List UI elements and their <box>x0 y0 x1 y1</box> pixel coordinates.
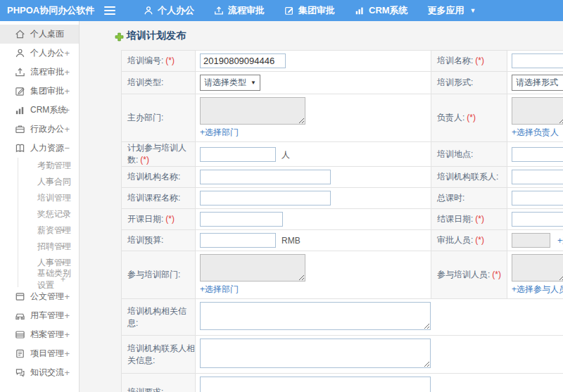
sidebar-item-crm[interactable]: CRM系统 + <box>0 101 79 120</box>
nav-crm-system[interactable]: CRM系统 <box>345 0 418 21</box>
nav-group-approval[interactable]: 集团审批 <box>274 0 345 21</box>
select-approver-link[interactable]: +选择审批人员 <box>557 236 563 246</box>
sidebar-item-archives[interactable]: 档案管理 + <box>0 325 79 344</box>
total-hours-input[interactable] <box>512 191 563 206</box>
edit-icon <box>15 86 25 96</box>
institution-name-input[interactable] <box>200 170 331 184</box>
required-mark: (*) <box>475 235 484 245</box>
nav-more-apps[interactable]: 更多应用 ▼ <box>418 0 486 21</box>
expand-icon[interactable]: + <box>64 291 70 302</box>
sidebar-label: 行政办公 <box>30 123 64 135</box>
end-date-input[interactable] <box>512 212 563 227</box>
host-department-textarea[interactable] <box>200 97 305 125</box>
budget-input[interactable] <box>200 233 276 248</box>
expand-icon[interactable]: + <box>61 242 65 252</box>
sidebar-item-projects[interactable]: 项目管理 + <box>0 344 79 363</box>
sidebar-subitem-rewards[interactable]: 奖惩记录 <box>18 206 79 222</box>
training-location-input[interactable] <box>512 147 563 162</box>
sidebar-item-personal-office[interactable]: 个人办公 + <box>0 44 79 63</box>
course-name-input[interactable] <box>200 191 331 206</box>
sidebar-item-knowledge[interactable]: 知识交流 + <box>0 363 79 382</box>
sidebar-label: 公文管理 <box>30 291 64 303</box>
sidebar-subitem-recruit[interactable]: 招聘管理+ <box>18 239 79 255</box>
hamburger-menu-icon[interactable] <box>104 6 115 15</box>
select-department-link[interactable]: +选择部门 <box>200 284 239 294</box>
select-arrow-icon: ▼ <box>251 80 256 86</box>
sidebar-subitem-hr-contract[interactable]: 人事合同 <box>18 174 79 190</box>
expand-icon[interactable]: + <box>61 258 65 268</box>
sidebar-subitem-training-mgmt[interactable]: 培训管理 <box>18 190 79 206</box>
select-department-link[interactable]: +选择部门 <box>200 127 239 137</box>
sidebar-label: 集团审批 <box>30 85 64 97</box>
nav-personal-office[interactable]: 个人办公 <box>134 0 204 21</box>
training-name-input[interactable] <box>512 53 563 68</box>
sidebar-label: 项目管理 <box>30 348 64 360</box>
expand-icon[interactable]: + <box>61 274 65 284</box>
sidebar-item-admin-office[interactable]: 行政办公 + <box>0 120 79 139</box>
clipboard-icon <box>15 348 25 359</box>
bar-chart-icon <box>15 105 25 115</box>
required-mark: (*) <box>467 113 476 122</box>
hr-submenu: 考勤管理 人事合同 培训管理 奖惩记录 薪资管理+ 招聘管理+ 人事管理+ 基础… <box>18 158 79 287</box>
field-label: 开课日期: <box>127 214 163 224</box>
training-form-select[interactable]: 请选择形式▼ <box>512 75 563 91</box>
caret-down-icon: ▼ <box>470 7 476 14</box>
field-label: 培训地点: <box>437 149 473 159</box>
sidebar-label: 流程审批 <box>30 66 64 78</box>
sidebar-label: 用车管理 <box>30 310 64 322</box>
expand-icon[interactable]: + <box>64 329 70 340</box>
responsible-person-textarea[interactable] <box>512 97 563 125</box>
table-row: 开课日期:(*) 结课日期:(*) <box>122 209 563 230</box>
expand-icon[interactable]: + <box>64 310 70 321</box>
institution-contact-info-textarea[interactable] <box>200 339 431 368</box>
required-mark: (*) <box>492 270 501 279</box>
approver-input[interactable] <box>512 233 550 248</box>
field-label: 参与培训人员: <box>437 270 490 279</box>
nav-label: 个人办公 <box>158 4 194 17</box>
expand-icon[interactable]: + <box>61 226 65 236</box>
training-requirements-textarea[interactable] <box>200 377 431 392</box>
expand-icon[interactable]: + <box>64 367 70 378</box>
collapse-icon[interactable]: − <box>64 143 70 153</box>
sidebar-item-group-approval[interactable]: 集团审批 + <box>0 82 79 101</box>
start-date-input[interactable] <box>200 212 283 227</box>
select-responsible-link[interactable]: +选择负责人 <box>512 127 559 137</box>
expand-icon[interactable]: + <box>64 124 70 134</box>
expand-icon[interactable]: + <box>64 86 70 96</box>
top-nav: 个人办公 流程审批 集团审批 CRM系统 更多应用 ▼ <box>134 0 486 21</box>
person-icon <box>15 48 25 58</box>
edit-icon <box>284 6 294 15</box>
nav-workflow-approval[interactable]: 流程审批 <box>204 0 274 21</box>
expand-icon[interactable]: + <box>64 67 70 77</box>
expand-icon[interactable]: + <box>64 348 70 359</box>
field-label: 主办部门: <box>127 113 163 122</box>
planned-participants-input[interactable] <box>200 147 276 162</box>
app-logo: PHPOA协同办公软件 <box>0 4 104 17</box>
institution-info-textarea[interactable] <box>200 302 431 330</box>
bar-chart-icon <box>355 6 365 15</box>
table-row: 主办部门: +选择部门 负责人:(*) +选择负责人 <box>122 94 563 142</box>
training-type-select[interactable]: 请选择类型▼ <box>200 75 260 91</box>
required-mark: (*) <box>140 155 149 165</box>
sidebar-item-workflow-approval[interactable]: 流程审批 + <box>0 63 79 82</box>
field-label: 培训预算: <box>127 235 163 245</box>
sidebar-item-documents[interactable]: 公文管理 + <box>0 287 79 306</box>
training-number-input[interactable] <box>200 53 286 68</box>
unit-suffix: 人 <box>282 150 290 160</box>
sidebar-subitem-attendance[interactable]: 考勤管理 <box>18 158 79 174</box>
sidebar-subitem-salary[interactable]: 薪资管理+ <box>18 222 79 239</box>
institution-contact-input[interactable] <box>512 170 563 184</box>
sidebar-item-vehicles[interactable]: 用车管理 + <box>0 306 79 325</box>
sidebar-subitem-base-category[interactable]: 基础类别设置+ <box>18 271 79 287</box>
nav-label: 集团审批 <box>298 4 335 17</box>
sidebar-item-personal-desktop[interactable]: 个人桌面 <box>0 25 79 44</box>
sidebar-item-hr[interactable]: 人力资源 − <box>0 139 79 158</box>
table-row: 培训编号:(*) 培训名称:(*) <box>122 51 563 72</box>
participating-departments-textarea[interactable] <box>200 254 305 282</box>
expand-icon[interactable]: + <box>64 48 70 58</box>
participants-textarea[interactable] <box>512 254 563 282</box>
car-icon <box>15 310 25 321</box>
main-content: 培训计划发布 培训编号:(*) 培训名称:(*) 培训类型: 请选择类型▼ 培训… <box>80 21 563 392</box>
expand-icon[interactable]: + <box>64 105 70 115</box>
select-participants-link[interactable]: +选择参与人员 <box>512 284 563 294</box>
